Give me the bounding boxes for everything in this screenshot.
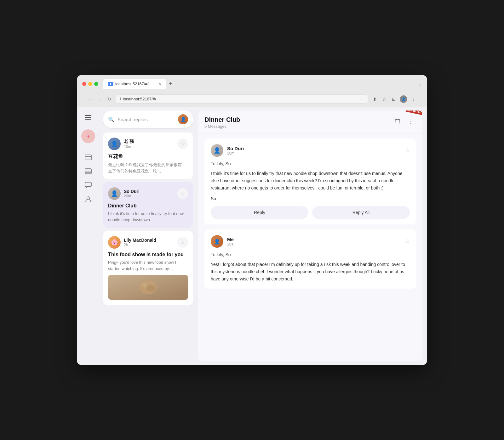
menu-line-1 xyxy=(85,115,91,116)
message-to-line: To Lily, So xyxy=(211,161,410,166)
email-subject: Dinner Club xyxy=(108,203,188,209)
star-button[interactable]: ☆ xyxy=(177,188,188,199)
svg-point-7 xyxy=(146,285,155,291)
message-star-button[interactable]: ☆ xyxy=(405,238,410,245)
avatar: 👤 xyxy=(108,138,121,150)
star-button[interactable]: ☆ xyxy=(177,138,188,149)
delete-button[interactable] xyxy=(392,116,403,127)
message-sender-name: Me xyxy=(227,237,401,242)
url-text: localhost:52167/#/ xyxy=(123,97,156,101)
browser-menu-icon[interactable]: ⋮ xyxy=(410,96,417,103)
messages-container: 👤 So Duri 20m ☆ To Lily, So I think it's… xyxy=(198,133,422,361)
sidebar-item-contacts[interactable] xyxy=(84,195,92,203)
fullscreen-button[interactable] xyxy=(94,82,98,86)
user-avatar[interactable]: 👤 xyxy=(178,114,188,124)
avatar: 👤 xyxy=(211,144,223,157)
tab-menu-button[interactable]: ⌄ xyxy=(418,82,422,87)
sidebar-item-list[interactable] xyxy=(84,167,92,175)
compose-icon: + xyxy=(86,133,90,140)
tab-favicon: ◆ xyxy=(108,82,113,86)
sidebar-nav: + xyxy=(77,107,99,365)
address-bar[interactable]: ℹ localhost:52167/#/ xyxy=(115,94,369,104)
message-body: Yes! I forgot about that place! I'm defi… xyxy=(211,261,410,283)
new-tab-button[interactable]: + xyxy=(169,81,172,87)
sidebar-item-messages[interactable] xyxy=(84,181,92,189)
tab-close-button[interactable]: ✕ xyxy=(158,82,161,86)
message-signature: So xyxy=(211,196,410,201)
message-star-button[interactable]: ☆ xyxy=(405,147,410,154)
menu-line-3 xyxy=(85,119,91,120)
list-item[interactable]: 🌸 Lily MacDonald 2h ☆ This food show is … xyxy=(103,231,193,305)
sender-info: Lily MacDonald 2h xyxy=(124,238,174,247)
thread-title: Dinner Club xyxy=(204,116,240,123)
message-time: 20m xyxy=(227,151,401,155)
message-body: I think it's time for us to finally try … xyxy=(211,170,410,192)
main-content: Dinner Club 0 Messages ⋮ DEBUG xyxy=(197,107,427,365)
forward-button[interactable]: → xyxy=(97,95,104,103)
security-icon: ℹ xyxy=(120,97,121,101)
search-input[interactable]: Search replies xyxy=(117,117,175,122)
email-preview: 最近忙吗？昨晚我去了你最爱的那家饭馆，点了他们的特色豆花鱼，吃… xyxy=(108,162,188,174)
sender-name: So Duri xyxy=(124,189,174,194)
search-icon: 🔍 xyxy=(108,116,114,122)
back-button[interactable]: ← xyxy=(87,95,94,103)
thread-message-count: 0 Messages xyxy=(204,124,240,129)
email-image-content xyxy=(108,275,188,300)
hamburger-menu-button[interactable] xyxy=(83,112,94,123)
email-preview: I think it's time for us to finally try … xyxy=(108,211,188,223)
email-time: 2h xyxy=(124,243,174,247)
message-sender-info: So Duri 20m xyxy=(227,146,401,155)
email-thread-panel: Dinner Club 0 Messages ⋮ DEBUG xyxy=(198,110,422,361)
list-item[interactable]: 👤 老 强 10m ☆ 豆花鱼 最近忙吗？昨晚我去了你最爱的那家饭馆，点了他们的… xyxy=(103,133,193,179)
message-card: 👤 Me 18s ☆ To Lily, So Yes! I forgot abo… xyxy=(204,229,416,288)
message-sender-info: Me 18s xyxy=(227,237,401,246)
avatar: 🌸 xyxy=(108,236,121,249)
svg-rect-1 xyxy=(86,158,88,158)
bookmark-icon[interactable]: ☆ xyxy=(381,96,388,103)
share-icon[interactable]: ⬆ xyxy=(371,96,378,103)
menu-line-2 xyxy=(85,117,91,118)
thread-header: Dinner Club 0 Messages ⋮ DEBUG xyxy=(198,110,422,133)
reply-button[interactable]: Reply xyxy=(211,206,308,219)
email-time: 20m xyxy=(124,194,174,198)
email-list-panel: 🔍 Search replies 👤 👤 老 强 10m ☆ 豆花鱼 最近忙吗？… xyxy=(99,107,197,365)
message-sender-name: So Duri xyxy=(227,146,401,151)
reload-button[interactable]: ↻ xyxy=(106,95,112,103)
sender-name: Lily MacDonald xyxy=(124,238,174,243)
debug-badge: DEBUG xyxy=(406,110,422,115)
email-preview: Ping– you'd love this new food show I st… xyxy=(108,259,188,272)
message-to-line: To Lily, So xyxy=(211,252,410,257)
sender-info: 老 强 10m xyxy=(124,139,174,149)
message-card: 👤 So Duri 20m ☆ To Lily, So I think it's… xyxy=(204,138,416,224)
search-bar[interactable]: 🔍 Search replies 👤 xyxy=(103,110,193,128)
sender-name: 老 强 xyxy=(124,139,174,144)
minimize-button[interactable] xyxy=(88,82,92,86)
reply-buttons: Reply Reply All xyxy=(211,206,410,219)
compose-button[interactable]: + xyxy=(81,129,95,143)
tab-title: localhost:52167/#/ xyxy=(115,82,149,86)
email-subject: This food show is made for you xyxy=(108,252,188,257)
email-subject: 豆花鱼 xyxy=(108,153,188,160)
active-tab[interactable]: ◆ localhost:52167/#/ ✕ xyxy=(103,79,166,89)
star-button[interactable]: ☆ xyxy=(177,237,188,248)
list-item[interactable]: 👤 So Duri 20m ☆ Dinner Club I think it's… xyxy=(103,182,193,228)
avatar: 👤 xyxy=(211,235,223,248)
split-view-icon[interactable]: ⊡ xyxy=(390,96,397,103)
traffic-lights xyxy=(82,82,98,86)
svg-rect-0 xyxy=(85,155,91,160)
sidebar-item-inbox[interactable] xyxy=(84,153,92,161)
avatar: 👤 xyxy=(108,187,121,200)
thread-actions: ⋮ xyxy=(392,116,416,127)
reply-all-button[interactable]: Reply All xyxy=(312,206,410,219)
email-time: 10m xyxy=(124,144,174,149)
message-time: 18s xyxy=(227,242,401,246)
more-options-button[interactable]: ⋮ xyxy=(405,116,416,127)
svg-rect-3 xyxy=(85,182,91,187)
svg-point-4 xyxy=(87,197,89,199)
user-profile-icon[interactable]: 👤 xyxy=(400,95,407,103)
close-button[interactable] xyxy=(82,82,86,86)
email-thumbnail xyxy=(108,275,188,300)
sender-info: So Duri 20m xyxy=(124,189,174,198)
